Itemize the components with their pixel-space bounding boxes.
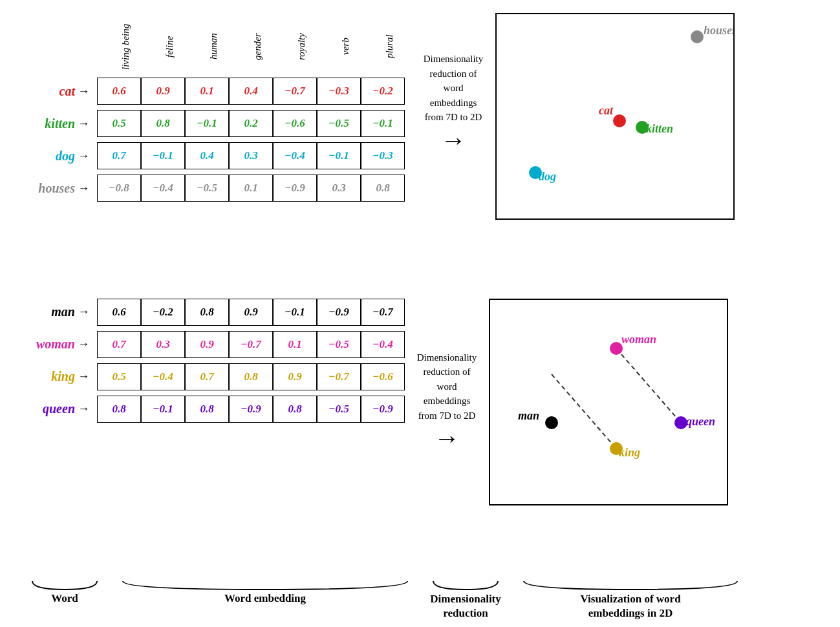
cell-row: 0.70.30.9−0.70.1−0.5−0.4 bbox=[97, 331, 405, 358]
cell-row: 0.50.8−0.10.2−0.6−0.5−0.1 bbox=[97, 110, 405, 137]
table-cell: 0.8 bbox=[97, 396, 141, 423]
top-table-area: living beingfelinehumangenderroyaltyverb… bbox=[19, 13, 411, 207]
viz-label: queen bbox=[686, 415, 715, 428]
table-row: kitten→0.50.8−0.10.2−0.6−0.5−0.1 bbox=[19, 110, 411, 137]
word-label: woman→ bbox=[19, 337, 97, 352]
table-cell: 0.8 bbox=[185, 396, 229, 423]
row-arrow: → bbox=[78, 337, 89, 351]
word-label: dog→ bbox=[19, 149, 97, 164]
table-cell: 0.3 bbox=[141, 331, 185, 358]
table-cell: 0.9 bbox=[185, 331, 229, 358]
word-brace-svg bbox=[26, 578, 103, 591]
viz-dot bbox=[610, 342, 623, 355]
bottom-arrow: → bbox=[434, 425, 460, 451]
col-header: royalty bbox=[279, 13, 323, 78]
viz-label: houses bbox=[704, 24, 733, 37]
word-text: woman bbox=[36, 337, 75, 352]
viz-dot bbox=[613, 114, 626, 127]
table-cell: 0.8 bbox=[273, 396, 317, 423]
table-cell: −0.9 bbox=[229, 396, 273, 423]
row-arrow: → bbox=[78, 305, 89, 319]
top-viz-box: catkittendoghouses bbox=[495, 13, 735, 220]
word-label: kitten→ bbox=[19, 116, 97, 131]
viz-label: woman bbox=[621, 333, 656, 346]
table-cell: −0.9 bbox=[273, 175, 317, 202]
col-header: plural bbox=[367, 13, 411, 78]
row-arrow: → bbox=[78, 370, 89, 383]
bottom-section: man→0.6−0.20.80.9−0.1−0.9−0.7woman→0.70.… bbox=[13, 299, 827, 571]
dashed-line bbox=[552, 374, 616, 449]
table-cell: −0.6 bbox=[273, 110, 317, 137]
viz-label: kitten bbox=[646, 122, 673, 135]
table-cell: 0.4 bbox=[229, 78, 273, 105]
word-text: cat bbox=[59, 84, 75, 99]
table-cell: −0.2 bbox=[361, 78, 405, 105]
viz-label: king bbox=[619, 446, 640, 459]
bottom-labels: Word Word embedding Dimensionalityreduct… bbox=[13, 578, 827, 621]
table-cell: −0.1 bbox=[317, 142, 361, 169]
word-text: man bbox=[51, 304, 75, 319]
table-cell: −0.2 bbox=[141, 299, 185, 326]
table-cell: −0.7 bbox=[361, 299, 405, 326]
viz-label: cat bbox=[599, 104, 614, 117]
table-cell: −0.6 bbox=[361, 363, 405, 390]
top-viz-svg: catkittendoghouses bbox=[497, 14, 733, 218]
table-row: cat→0.60.90.10.4−0.7−0.3−0.2 bbox=[19, 78, 411, 105]
cell-row: 0.8−0.10.8−0.90.8−0.5−0.9 bbox=[97, 396, 405, 423]
word-label: Word bbox=[51, 592, 78, 605]
viz-label: man bbox=[518, 409, 539, 422]
word-label: houses→ bbox=[19, 181, 97, 196]
word-text: king bbox=[51, 369, 75, 384]
table-cell: −0.9 bbox=[361, 396, 405, 423]
table-cell: 0.3 bbox=[229, 142, 273, 169]
col-header: verb bbox=[323, 13, 367, 78]
table-cell: −0.3 bbox=[361, 142, 405, 169]
table-cell: −0.8 bbox=[97, 175, 141, 202]
table-row: woman→0.70.30.9−0.70.1−0.5−0.4 bbox=[19, 331, 405, 358]
col-header: living being bbox=[103, 13, 147, 78]
column-headers: living beingfelinehumangenderroyaltyverb… bbox=[103, 13, 411, 78]
table-row: queen→0.8−0.10.8−0.90.8−0.5−0.9 bbox=[19, 396, 405, 423]
embedding-brace-svg bbox=[116, 578, 414, 591]
table-cell: −0.4 bbox=[141, 363, 185, 390]
table-cell: −0.5 bbox=[185, 175, 229, 202]
table-cell: −0.1 bbox=[273, 299, 317, 326]
table-cell: 0.8 bbox=[229, 363, 273, 390]
table-cell: 0.2 bbox=[229, 110, 273, 137]
table-cell: 0.5 bbox=[97, 110, 141, 137]
cell-row: 0.60.90.10.4−0.7−0.3−0.2 bbox=[97, 78, 405, 105]
word-label: king→ bbox=[19, 369, 97, 384]
dim-brace-svg bbox=[427, 578, 504, 591]
top-dim-reduction-label: Dimensionalityreduction ofwordembeddings… bbox=[411, 52, 495, 153]
table-cell: −0.7 bbox=[229, 331, 273, 358]
table-cell: −0.7 bbox=[317, 363, 361, 390]
word-label: man→ bbox=[19, 304, 97, 319]
table-row: houses→−0.8−0.4−0.50.1−0.90.30.8 bbox=[19, 175, 411, 202]
bottom-dim-reduction-label: Dimensionalityreduction ofwordembeddings… bbox=[405, 350, 489, 452]
table-cell: 0.3 bbox=[317, 175, 361, 202]
table-cell: 0.4 bbox=[185, 142, 229, 169]
table-cell: −0.5 bbox=[317, 396, 361, 423]
row-arrow: → bbox=[78, 182, 89, 195]
dashed-line bbox=[616, 348, 681, 423]
word-label: queen→ bbox=[19, 401, 97, 416]
table-cell: −0.4 bbox=[273, 142, 317, 169]
table-cell: 0.6 bbox=[97, 78, 141, 105]
table-cell: 0.8 bbox=[141, 110, 185, 137]
table-cell: −0.4 bbox=[361, 331, 405, 358]
dim-label: Dimensionalityreduction bbox=[430, 592, 501, 621]
table-cell: 0.7 bbox=[97, 142, 141, 169]
table-cell: 0.1 bbox=[273, 331, 317, 358]
table-cell: −0.1 bbox=[185, 110, 229, 137]
table-cell: 0.1 bbox=[229, 175, 273, 202]
dim-brace-section: Dimensionalityreduction bbox=[420, 578, 511, 621]
word-text: queen bbox=[43, 401, 75, 416]
table-cell: −0.9 bbox=[317, 299, 361, 326]
table-cell: 0.7 bbox=[185, 363, 229, 390]
cell-row: 0.6−0.20.80.9−0.1−0.9−0.7 bbox=[97, 299, 405, 326]
col-header: gender bbox=[235, 13, 279, 78]
table-cell: 0.5 bbox=[97, 363, 141, 390]
table-row: dog→0.7−0.10.40.3−0.4−0.1−0.3 bbox=[19, 142, 411, 169]
table-cell: 0.7 bbox=[97, 331, 141, 358]
viz-label: Visualization of wordembeddings in 2D bbox=[580, 592, 680, 621]
